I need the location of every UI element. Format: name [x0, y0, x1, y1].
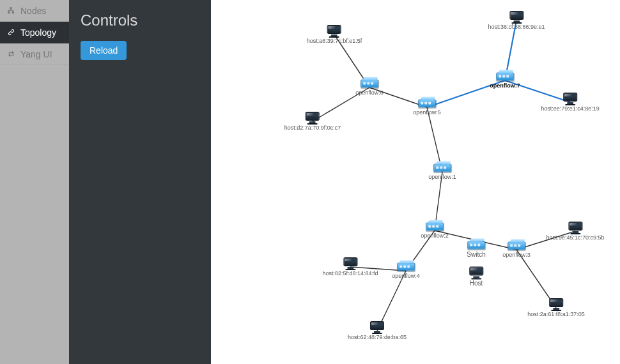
- topology-canvas[interactable]: openflow:6openflow:5openflow:7openflow:1…: [211, 0, 620, 364]
- legend: Switch Host: [467, 241, 485, 287]
- host-icon: [370, 321, 384, 333]
- node-label: host:36:cf:58:66:9e:e1: [488, 24, 545, 30]
- svg-rect-0: [10, 7, 12, 8]
- host-icon: [306, 112, 320, 123]
- switch-node[interactable]: openflow:3: [502, 242, 531, 258]
- host-node[interactable]: host:ee:79:e1:c4:8e:19: [541, 93, 600, 112]
- legend-switch: Switch: [467, 241, 485, 258]
- node-label: openflow:3: [502, 252, 531, 258]
- controls-title: Controls: [81, 11, 199, 29]
- nav-item-topology[interactable]: Topology: [0, 22, 69, 43]
- svg-rect-2: [12, 11, 14, 13]
- switch-node[interactable]: openflow:5: [413, 100, 441, 116]
- switch-node[interactable]: openflow:7: [490, 73, 520, 89]
- host-node[interactable]: host:82:5f:d8:14:84:fd: [322, 257, 378, 277]
- switch-icon: [360, 80, 378, 88]
- switch-icon: [508, 242, 525, 250]
- left-nav: Nodes Topology Yang UI: [0, 0, 69, 364]
- switch-node[interactable]: openflow:6: [355, 80, 384, 96]
- node-label: host:62:48:79:de:ba:65: [348, 334, 407, 340]
- switch-icon: [397, 263, 415, 271]
- node-label: host:9e:45:1c:70:c9:5b: [546, 234, 604, 241]
- nav-item-label: Nodes: [20, 6, 46, 16]
- host-node[interactable]: host:a6:39:7c:bf:e1:5f: [307, 25, 362, 44]
- node-label: host:d2:7a:70:9f:0c:c7: [284, 125, 341, 131]
- host-node[interactable]: host:62:48:79:de:ba:65: [348, 321, 407, 340]
- svg-rect-1: [8, 11, 10, 13]
- host-icon: [469, 267, 483, 278]
- legend-switch-label: Switch: [467, 251, 485, 258]
- node-label: host:2a:61:f8:a1:37:05: [527, 311, 585, 317]
- reload-button[interactable]: Reload: [81, 41, 127, 60]
- nav-item-yang-ui[interactable]: Yang UI: [0, 43, 69, 65]
- switch-icon: [418, 100, 436, 108]
- switch-icon: [433, 164, 451, 172]
- host-icon: [327, 25, 341, 36]
- nav-item-label: Yang UI: [20, 49, 52, 59]
- controls-panel: Controls Reload: [69, 0, 211, 364]
- node-label: openflow:5: [413, 109, 441, 116]
- host-node[interactable]: host:36:cf:58:66:9e:e1: [488, 11, 545, 30]
- host-icon: [563, 93, 577, 104]
- sitemap-icon: [6, 6, 15, 15]
- node-label: host:a6:39:7c:bf:e1:5f: [307, 38, 362, 44]
- node-label: host:82:5f:d8:14:84:fd: [322, 270, 378, 277]
- nav-item-nodes[interactable]: Nodes: [0, 0, 69, 22]
- link-icon: [6, 28, 15, 37]
- nav-item-label: Topology: [20, 27, 56, 38]
- host-node[interactable]: host:d2:7a:70:9f:0c:c7: [284, 112, 341, 131]
- legend-host-label: Host: [470, 280, 483, 287]
- switch-node[interactable]: openflow:2: [421, 223, 449, 239]
- node-label: openflow:6: [355, 89, 384, 96]
- node-label: host:ee:79:e1:c4:8e:19: [541, 105, 600, 112]
- node-label: openflow:2: [421, 232, 449, 239]
- host-node[interactable]: host:9e:45:1c:70:c9:5b: [546, 222, 604, 241]
- host-icon: [343, 257, 357, 269]
- host-node[interactable]: host:2a:61:f8:a1:37:05: [527, 298, 585, 317]
- node-label: openflow:4: [392, 273, 420, 279]
- switch-icon: [496, 73, 514, 81]
- retweet-icon: [6, 50, 15, 59]
- legend-host: Host: [469, 267, 483, 287]
- host-icon: [549, 298, 563, 310]
- node-label: openflow:7: [490, 82, 520, 89]
- switch-node[interactable]: openflow:4: [392, 263, 420, 279]
- switch-icon: [467, 241, 485, 250]
- switch-icon: [426, 223, 444, 231]
- node-label: openflow:1: [428, 174, 456, 180]
- host-icon: [509, 11, 523, 22]
- switch-node[interactable]: openflow:1: [428, 164, 456, 180]
- host-icon: [568, 222, 582, 233]
